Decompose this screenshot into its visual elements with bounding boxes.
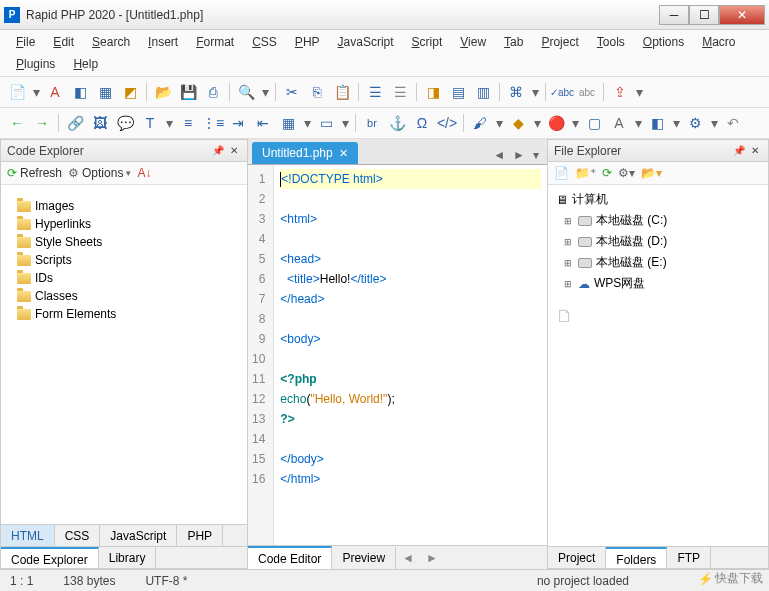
- dropdown-icon[interactable]: ▾: [31, 81, 41, 103]
- tree-item[interactable]: Style Sheets: [5, 233, 243, 251]
- code-line[interactable]: </html>: [280, 469, 541, 489]
- dropdown-icon[interactable]: ▾: [532, 112, 542, 134]
- outdent-icon[interactable]: ⇤: [252, 112, 274, 134]
- pin-icon[interactable]: 📌: [732, 144, 746, 158]
- omega-icon[interactable]: Ω: [411, 112, 433, 134]
- menu-tools[interactable]: Tools: [589, 32, 633, 52]
- dropdown-icon[interactable]: ▾: [671, 112, 681, 134]
- tree-item[interactable]: Classes: [5, 287, 243, 305]
- expand-icon[interactable]: ⊞: [564, 237, 574, 247]
- menu-script[interactable]: Script: [404, 32, 451, 52]
- menu-php[interactable]: PHP: [287, 32, 328, 52]
- anchor-icon[interactable]: ⚓: [386, 112, 408, 134]
- new-file-icon[interactable]: 📄: [554, 166, 569, 180]
- panel-close-icon[interactable]: ✕: [227, 144, 241, 158]
- br-icon[interactable]: br: [361, 112, 383, 134]
- copy-icon[interactable]: ⎘: [306, 81, 328, 103]
- doc2-icon[interactable]: ▤: [447, 81, 469, 103]
- list2-icon[interactable]: ☰: [389, 81, 411, 103]
- code-line[interactable]: <body>: [280, 329, 541, 349]
- lang-tab-javascript[interactable]: JavaScript: [100, 525, 177, 546]
- lang-tab-php[interactable]: PHP: [177, 525, 223, 546]
- lang-tab-html[interactable]: HTML: [1, 525, 55, 546]
- code-line[interactable]: <!DOCTYPE html>: [280, 169, 541, 189]
- search-icon[interactable]: 🔍: [235, 81, 257, 103]
- spellcheck2-icon[interactable]: abc: [576, 81, 598, 103]
- code-line[interactable]: [280, 429, 541, 449]
- forward-icon[interactable]: →: [31, 112, 53, 134]
- code-line[interactable]: <?php: [280, 369, 541, 389]
- save-all-icon[interactable]: ⎙: [202, 81, 224, 103]
- color-wheel-icon[interactable]: 🔴: [545, 112, 567, 134]
- drive-item[interactable]: ⊞本地磁盘 (D:): [552, 231, 764, 252]
- indent-icon[interactable]: ⇥: [227, 112, 249, 134]
- doc-icon[interactable]: ◨: [422, 81, 444, 103]
- code-line[interactable]: </head>: [280, 289, 541, 309]
- new-folder-icon[interactable]: 📁⁺: [575, 166, 596, 180]
- refresh-button[interactable]: ⟳Refresh: [7, 166, 62, 180]
- spellcheck-icon[interactable]: ✓abc: [551, 81, 573, 103]
- open-icon[interactable]: 📂: [152, 81, 174, 103]
- menu-macro[interactable]: Macro: [694, 32, 743, 52]
- refresh-icon[interactable]: ⟳: [602, 166, 612, 180]
- list-icon[interactable]: ☰: [364, 81, 386, 103]
- dropdown-icon[interactable]: ▾: [302, 112, 312, 134]
- panel-tab[interactable]: FTP: [667, 547, 711, 568]
- cut-icon[interactable]: ✂: [281, 81, 303, 103]
- code-area[interactable]: <!DOCTYPE html><html><head> <title>Hello…: [274, 165, 547, 545]
- menu-javascript[interactable]: JavaScript: [330, 32, 402, 52]
- gear-icon[interactable]: ⚙▾: [618, 166, 635, 180]
- tree-item[interactable]: Scripts: [5, 251, 243, 269]
- folder-open-icon[interactable]: 📂▾: [641, 166, 662, 180]
- dropdown-icon[interactable]: ▾: [570, 112, 580, 134]
- panel-tab[interactable]: Folders: [606, 547, 667, 568]
- code-line[interactable]: [280, 309, 541, 329]
- menu-view[interactable]: View: [452, 32, 494, 52]
- code-line[interactable]: <html>: [280, 209, 541, 229]
- code-line[interactable]: [280, 229, 541, 249]
- undo-icon[interactable]: ↶: [722, 112, 744, 134]
- tab-code-editor[interactable]: Code Editor: [248, 546, 332, 570]
- menu-edit[interactable]: Edit: [45, 32, 82, 52]
- dropdown-icon[interactable]: ▾: [164, 112, 174, 134]
- nav-prev-icon[interactable]: ◄: [396, 551, 420, 565]
- code-line[interactable]: </body>: [280, 449, 541, 469]
- menu-css[interactable]: CSS: [244, 32, 285, 52]
- tag-close-icon[interactable]: </>: [436, 112, 458, 134]
- tree-root[interactable]: 🖥 计算机: [552, 189, 764, 210]
- tree-item[interactable]: IDs: [5, 269, 243, 287]
- file-php-icon[interactable]: ◧: [69, 81, 91, 103]
- code-line[interactable]: ?>: [280, 409, 541, 429]
- editor-tab[interactable]: Untitled1.php ✕: [252, 142, 358, 164]
- brush-icon[interactable]: 🖌: [469, 112, 491, 134]
- menu-insert[interactable]: Insert: [140, 32, 186, 52]
- expand-icon[interactable]: ⊞: [564, 258, 574, 268]
- square-icon[interactable]: ▢: [583, 112, 605, 134]
- drive-item[interactable]: ⊞☁WPS网盘: [552, 273, 764, 294]
- dropdown-icon[interactable]: ▾: [530, 81, 540, 103]
- bullet-list-icon[interactable]: ≡: [177, 112, 199, 134]
- file-explorer-tree[interactable]: 🖥 计算机 ⊞本地磁盘 (C:)⊞本地磁盘 (D:)⊞本地磁盘 (E:)⊞☁WP…: [548, 185, 768, 546]
- pin-icon[interactable]: 📌: [211, 144, 225, 158]
- dropdown-icon[interactable]: ▾: [709, 112, 719, 134]
- code-line[interactable]: <head>: [280, 249, 541, 269]
- panel-tab[interactable]: Project: [548, 547, 606, 568]
- new-file-icon[interactable]: 📄: [6, 81, 28, 103]
- code-editor[interactable]: 12345678910111213141516 <!DOCTYPE html><…: [248, 165, 547, 545]
- save-icon[interactable]: 💾: [177, 81, 199, 103]
- dropdown-icon[interactable]: ▾: [494, 112, 504, 134]
- options-button[interactable]: ⚙Options▾: [68, 166, 131, 180]
- upload-icon[interactable]: ⇪: [609, 81, 631, 103]
- lang-tab-css[interactable]: CSS: [55, 525, 101, 546]
- comment-icon[interactable]: 💬: [114, 112, 136, 134]
- link-icon[interactable]: 🔗: [64, 112, 86, 134]
- tab-preview[interactable]: Preview: [332, 547, 396, 569]
- sort-button[interactable]: A↓: [137, 166, 151, 180]
- maximize-button[interactable]: ☐: [689, 5, 719, 25]
- table-icon[interactable]: ▦: [277, 112, 299, 134]
- palette-icon[interactable]: ◧: [646, 112, 668, 134]
- paste-icon[interactable]: 📋: [331, 81, 353, 103]
- code-line[interactable]: [280, 189, 541, 209]
- code-line[interactable]: <title>Hello!</title>: [280, 269, 541, 289]
- image-icon[interactable]: 🖼: [89, 112, 111, 134]
